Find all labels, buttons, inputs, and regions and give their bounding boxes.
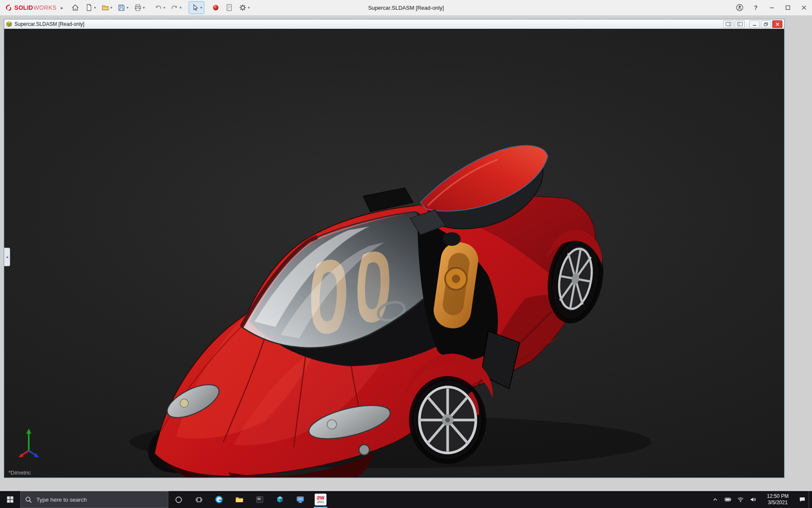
featuremanager-collapse-tab[interactable]: ◂ [4, 248, 10, 266]
document-window-controls [723, 20, 782, 28]
printer-icon [134, 3, 142, 12]
gear-icon [239, 3, 247, 12]
cube-app-icon [275, 495, 285, 504]
windows-taskbar: ƧW 2021 [0, 491, 812, 508]
app-titlebar: SOLIDWORKS ▸ ▾ [0, 0, 812, 16]
select-tool-button[interactable]: ▾ [189, 1, 204, 14]
dropdown-caret-icon[interactable]: ▾ [143, 6, 145, 10]
dropdown-caret-icon[interactable]: ▾ [94, 6, 96, 10]
minimize-button[interactable] [764, 0, 780, 15]
system-tray: 12:50 PM 3/5/2021 [709, 491, 812, 508]
clock-time: 12:50 PM [767, 493, 788, 500]
menu-expand-arrow-icon[interactable]: ▸ [61, 5, 63, 11]
file-explorer-icon [235, 495, 244, 504]
undo-arrow-icon [154, 3, 162, 12]
account-button[interactable] [732, 0, 748, 15]
help-button[interactable]: ? [748, 0, 764, 15]
doc-pane-right-button[interactable] [735, 20, 745, 28]
solidworks-brand: SOLIDWORKS [0, 3, 59, 12]
maximize-button[interactable] [780, 0, 796, 15]
save-button[interactable]: ▾ [115, 1, 131, 14]
doc-restore-button[interactable] [761, 20, 771, 28]
dropdown-caret-icon[interactable]: ▾ [248, 6, 250, 10]
battery-status[interactable] [721, 491, 734, 508]
network-status[interactable] [734, 491, 747, 508]
doc-pane-left-button[interactable] [723, 20, 733, 28]
report-page-icon [225, 3, 233, 12]
show-desktop-button[interactable] [809, 491, 812, 508]
solidworks-taskbar-button[interactable]: ƧW 2021 [310, 491, 331, 508]
doc-minimize-icon [752, 22, 757, 26]
fog-lamp [359, 444, 370, 455]
document-window: Supercar.SLDASM [Read-only] [4, 19, 785, 478]
chevron-up-icon [712, 496, 719, 503]
cad-viewer-button[interactable] [270, 491, 290, 508]
edge-browser-button[interactable] [209, 491, 229, 508]
action-center-button[interactable] [796, 491, 809, 508]
search-icon [25, 496, 32, 503]
clock-date: 3/5/2021 [768, 500, 788, 506]
undo-button[interactable]: ▾ [152, 1, 167, 14]
minimize-icon [769, 5, 774, 10]
dropdown-caret-icon[interactable]: ▾ [163, 6, 165, 10]
volume-status[interactable] [747, 491, 760, 508]
home-button[interactable] [69, 1, 82, 14]
solidworks-swoosh: ƧW [317, 496, 324, 500]
split-pane-right-icon [737, 22, 743, 26]
front-right-wheel [413, 380, 482, 460]
help-icon: ? [754, 4, 758, 11]
red-sphere-button[interactable] [209, 1, 222, 14]
search-input[interactable] [36, 496, 164, 503]
car-model-render[interactable] [4, 29, 784, 478]
start-button[interactable] [0, 491, 20, 508]
print-button[interactable]: ▾ [132, 1, 147, 14]
taskbar-search[interactable] [20, 491, 168, 508]
doc-minimize-button[interactable] [749, 20, 760, 28]
monitor-app-button[interactable] [290, 491, 310, 508]
close-icon [801, 5, 807, 10]
speaker-icon [749, 496, 757, 503]
dropdown-caret-icon[interactable]: ▾ [126, 6, 129, 10]
dropdown-caret-icon[interactable]: ▾ [110, 6, 112, 10]
new-document-icon [85, 3, 93, 12]
open-folder-icon [101, 3, 110, 12]
dropdown-caret-icon[interactable]: ▾ [200, 6, 202, 10]
open-document-button[interactable]: ▾ [99, 1, 115, 14]
maximize-icon [785, 5, 790, 10]
home-icon [71, 3, 80, 12]
hidden-icons-button[interactable] [709, 491, 721, 508]
edge-browser-icon [214, 495, 224, 504]
view-orientation-label: *Dimetric [8, 469, 31, 476]
dark-app-button[interactable] [250, 491, 270, 508]
document-titlebar[interactable]: Supercar.SLDASM [Read-only] [4, 19, 784, 29]
options-button[interactable]: ▾ [236, 1, 252, 14]
collapse-arrow-icon: ◂ [6, 255, 8, 259]
user-account-icon [735, 3, 744, 12]
new-document-button[interactable]: ▾ [82, 1, 98, 14]
app-window-dark-icon [255, 495, 264, 504]
report-button[interactable] [223, 1, 236, 14]
assembly-document-icon [6, 21, 12, 28]
taskbar-clock[interactable]: 12:50 PM 3/5/2021 [760, 491, 796, 508]
select-cursor-icon [191, 3, 199, 12]
close-button[interactable] [796, 0, 812, 15]
split-pane-left-icon [726, 22, 731, 26]
file-explorer-button[interactable] [229, 491, 250, 508]
titlebar-right-controls: ? [732, 0, 812, 15]
monitor-app-icon [296, 495, 305, 504]
battery-icon [724, 496, 732, 503]
save-floppy-icon [117, 3, 126, 12]
action-center-icon [798, 496, 806, 503]
cortana-button[interactable] [168, 491, 189, 508]
redo-button[interactable]: ▾ [168, 1, 184, 14]
doc-close-button[interactable] [772, 20, 782, 28]
graphics-viewport[interactable]: *Dimetric ◂ [4, 29, 784, 478]
windows-logo-icon [6, 495, 14, 504]
solidworks-year-label: 2021 [317, 500, 324, 503]
dropdown-caret-icon[interactable]: ▾ [180, 6, 182, 10]
task-view-icon [195, 496, 203, 504]
redo-arrow-icon [170, 3, 179, 12]
solidworks-app-icon: ƧW 2021 [315, 494, 326, 505]
doc-restore-icon [764, 22, 768, 26]
task-view-button[interactable] [189, 491, 209, 508]
